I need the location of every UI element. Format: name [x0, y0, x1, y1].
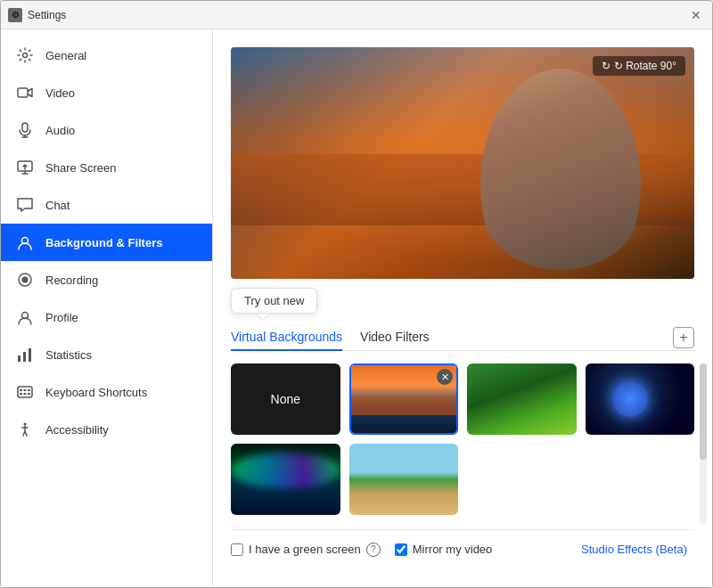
- titlebar-left: ⚙ Settings: [8, 8, 66, 22]
- aurora-thumbnail: [231, 444, 340, 515]
- sidebar-label-statistics: Statistics: [45, 348, 92, 362]
- svg-rect-13: [18, 387, 32, 397]
- sidebar-item-general[interactable]: General: [1, 37, 212, 74]
- svg-rect-15: [24, 389, 27, 391]
- svg-rect-1: [18, 88, 28, 97]
- background-beach[interactable]: [349, 444, 459, 515]
- tabs-row: Virtual Backgrounds Video Filters +: [231, 324, 694, 351]
- sidebar-label-profile: Profile: [45, 311, 78, 324]
- accessibility-icon: [15, 420, 35, 439]
- vertical-scrollbar[interactable]: [700, 363, 707, 524]
- green-screen-checkbox[interactable]: [231, 543, 243, 556]
- sidebar-item-video[interactable]: Video: [1, 74, 212, 111]
- svg-rect-11: [23, 352, 26, 362]
- sidebar-item-profile[interactable]: Profile: [1, 298, 212, 336]
- profile-icon: [15, 307, 35, 327]
- window-title: Settings: [28, 9, 66, 21]
- background-filters-icon: [15, 233, 35, 252]
- sidebar-item-chat[interactable]: Chat: [1, 186, 212, 224]
- none-label: None: [271, 392, 300, 406]
- recording-icon: [15, 270, 35, 290]
- studio-effects-button[interactable]: Studio Effects (Beta): [574, 539, 694, 559]
- sidebar-label-background-filters: Background & Filters: [45, 236, 162, 249]
- rotate-button[interactable]: ↻ ↻ Rotate 90°: [593, 56, 685, 76]
- sidebar-item-statistics[interactable]: Statistics: [1, 336, 212, 373]
- sidebar-label-audio: Audio: [45, 124, 75, 137]
- sidebar-item-accessibility[interactable]: Accessibility: [1, 411, 212, 448]
- svg-point-0: [23, 53, 28, 58]
- tooltip-text: Try out new: [231, 288, 317, 314]
- tab-video-filters[interactable]: Video Filters: [360, 324, 430, 351]
- general-icon: [15, 45, 35, 65]
- background-aurora[interactable]: [231, 444, 340, 515]
- tooltip-container: Try out new: [231, 288, 317, 314]
- svg-rect-19: [28, 393, 30, 395]
- rotate-icon: ↻: [602, 60, 611, 72]
- beach-thumbnail: [349, 444, 459, 515]
- chat-icon: [15, 195, 35, 215]
- svg-rect-16: [28, 389, 30, 391]
- backgrounds-grid: None ✕: [231, 363, 694, 515]
- svg-rect-2: [22, 123, 28, 132]
- green-screen-label: I have a green screen: [249, 543, 361, 556]
- add-background-button[interactable]: +: [673, 327, 694, 348]
- background-space[interactable]: [586, 363, 695, 435]
- titlebar: ⚙ Settings ✕: [1, 1, 712, 29]
- video-icon: [15, 83, 35, 102]
- tab-virtual-backgrounds[interactable]: Virtual Backgrounds: [231, 324, 342, 351]
- sidebar-item-keyboard-shortcuts[interactable]: Keyboard Shortcuts: [1, 373, 212, 411]
- background-none[interactable]: None: [231, 363, 340, 435]
- sidebar-item-background-filters[interactable]: Background & Filters: [1, 224, 212, 261]
- main-content: ↻ ↻ Rotate 90° Try out new Virtual Backg…: [213, 29, 712, 587]
- sidebar-label-share-screen: Share Screen: [45, 161, 117, 175]
- green-screen-group: I have a green screen ?: [231, 543, 381, 557]
- keyboard-shortcuts-icon: [15, 382, 35, 402]
- audio-icon: [15, 120, 35, 140]
- sidebar-label-chat: Chat: [45, 199, 70, 212]
- statistics-icon: [15, 345, 35, 364]
- sidebar-item-share-screen[interactable]: Share Screen: [1, 149, 212, 186]
- settings-window: ⚙ Settings ✕ General Video: [0, 0, 713, 588]
- mirror-video-checkbox[interactable]: [395, 543, 407, 556]
- app-icon: ⚙: [8, 8, 22, 22]
- sidebar-label-video: Video: [45, 86, 75, 100]
- content-area: General Video Audio Share Screen: [1, 29, 712, 587]
- sidebar-label-recording: Recording: [45, 274, 98, 287]
- scrollbar-thumb: [700, 363, 707, 460]
- mirror-video-label: Mirror my video: [413, 543, 493, 556]
- sidebar-label-accessibility: Accessibility: [45, 423, 109, 437]
- space-thumbnail: [586, 363, 695, 435]
- sidebar-item-recording[interactable]: Recording: [1, 261, 212, 298]
- svg-rect-17: [20, 393, 22, 395]
- svg-point-8: [22, 277, 29, 283]
- video-preview: ↻ ↻ Rotate 90°: [231, 47, 694, 279]
- close-button[interactable]: ✕: [687, 6, 705, 24]
- green-thumbnail: [467, 363, 577, 435]
- sidebar-label-general: General: [45, 49, 86, 62]
- svg-rect-18: [24, 393, 27, 395]
- svg-rect-14: [20, 389, 22, 391]
- share-screen-icon: [15, 158, 35, 177]
- svg-point-20: [24, 423, 27, 426]
- remove-bridge-button[interactable]: ✕: [437, 369, 453, 385]
- background-green[interactable]: [467, 363, 577, 435]
- backgrounds-scroll-area: None ✕: [231, 363, 694, 515]
- bottom-options-bar: I have a green screen ? Mirror my video …: [231, 529, 694, 559]
- rotate-label: ↻ Rotate 90°: [614, 60, 676, 72]
- background-bridge[interactable]: ✕: [349, 363, 459, 435]
- sidebar-item-audio[interactable]: Audio: [1, 111, 212, 149]
- sidebar-label-keyboard-shortcuts: Keyboard Shortcuts: [45, 386, 147, 399]
- sidebar: General Video Audio Share Screen: [1, 29, 213, 587]
- svg-rect-12: [29, 348, 31, 362]
- svg-rect-10: [18, 355, 20, 362]
- mirror-video-group: Mirror my video: [395, 543, 493, 556]
- help-icon[interactable]: ?: [366, 543, 381, 557]
